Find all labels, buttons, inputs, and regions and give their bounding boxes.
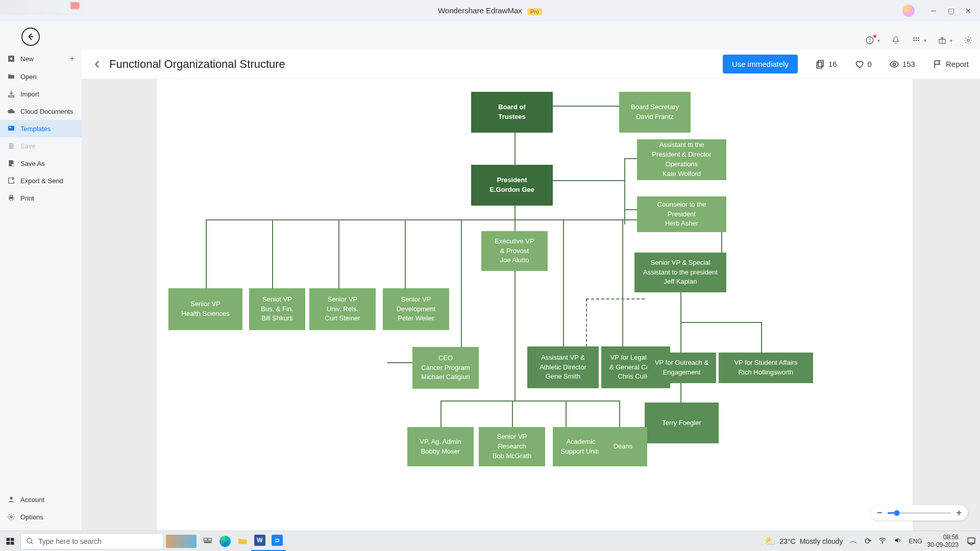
node-vp-ag-admin[interactable]: VP, Ag. Admin Bobby Moser: [407, 427, 474, 466]
sidebar-item-open[interactable]: Open: [0, 68, 82, 85]
connector: [514, 260, 516, 400]
node-assistant-ops[interactable]: Assistant tti the President & Director O…: [637, 139, 726, 180]
node-svp-dev[interactable]: Senior VP Development Peter Weiler: [383, 288, 449, 330]
svg-rect-15: [10, 195, 12, 197]
gift-icon[interactable]: [938, 36, 947, 45]
taskbar-icon-word[interactable]: W: [251, 531, 268, 552]
taskbar-icon-edrawmax[interactable]: ⊃: [268, 531, 286, 552]
apps-icon[interactable]: [912, 36, 921, 45]
pro-badge: Pro: [527, 8, 542, 15]
dropdown-caret[interactable]: ▾: [924, 38, 926, 43]
sidebar-item-print[interactable]: Print: [0, 189, 82, 207]
tray-wifi-icon[interactable]: [878, 536, 887, 546]
node-terry-foegler[interactable]: Terry Foegler: [645, 403, 719, 443]
node-provost[interactable]: Executive VP & Provost Joe Alutto: [481, 231, 548, 271]
minimize-button[interactable]: ─: [930, 7, 937, 14]
sidebar-item-label: Cloud Documents: [20, 108, 73, 115]
node-vp-outreach[interactable]: VP for Outreach & Engagement: [647, 353, 716, 383]
zoom-control[interactable]: − +: [871, 505, 968, 520]
connector-dashed: [586, 298, 587, 352]
connector: [624, 158, 637, 159]
chevron-left-icon[interactable]: [93, 60, 102, 69]
node-svp-research[interactable]: Senior VP Research Bob McGrath: [479, 427, 545, 466]
use-immediately-button[interactable]: Use immediately: [723, 55, 798, 73]
node-board[interactable]: Board of Trustees: [471, 92, 553, 133]
org-chart-canvas: Board of Trustees Board Secretary David …: [157, 79, 913, 531]
node-line: Health Sciences: [182, 309, 230, 319]
report-button[interactable]: Report: [933, 59, 969, 69]
node-line: President & Director: [652, 150, 711, 160]
sidebar-item-saveas[interactable]: Save As: [0, 155, 82, 172]
taskbar-icon-explorer[interactable]: [234, 531, 251, 552]
node-board-secretary[interactable]: Board Secretary David Frantz: [619, 92, 691, 133]
node-line: Counselor to the: [657, 200, 706, 210]
sidebar-item-account[interactable]: Account: [0, 491, 82, 508]
stat-likes[interactable]: 0: [854, 59, 872, 69]
node-svp-health[interactable]: Senior VP Health Sciences: [168, 288, 242, 330]
search-icon: [26, 537, 34, 545]
connector: [405, 219, 406, 288]
node-line: Bob McGrath: [493, 452, 532, 461]
node-ceo-cancer[interactable]: CEO Cancer Program Michael Caligiuri: [412, 347, 479, 389]
node-deans[interactable]: Deans: [599, 427, 647, 466]
zoom-out-button[interactable]: −: [877, 508, 883, 518]
back-button[interactable]: [21, 28, 40, 46]
system-tray[interactable]: ︿ ⟳ ENG: [849, 536, 922, 546]
user-icon: [7, 495, 15, 504]
gear-icon: [7, 513, 15, 521]
sidebar-item-options[interactable]: Options: [0, 508, 82, 525]
taskbar-weather[interactable]: ⛅ 23°C Mostly cloudy: [765, 536, 843, 547]
node-counselor[interactable]: Counselor to the President Herb Asher: [637, 196, 726, 232]
dropdown-caret[interactable]: ▾: [950, 38, 952, 43]
taskbar-icon-news[interactable]: [163, 531, 199, 552]
node-vp-student-affairs[interactable]: VP for Student Affairs Rich Hollingswort…: [719, 353, 813, 383]
maximize-button[interactable]: ▢: [947, 7, 954, 14]
node-svp-special[interactable]: Senior VP & Special Assistant to the pre…: [634, 253, 726, 292]
node-line: Assistant to the president: [643, 268, 718, 278]
node-line: David Frantz: [636, 112, 674, 122]
tray-volume-icon[interactable]: [894, 536, 902, 546]
gear-icon[interactable]: [964, 36, 973, 45]
zoom-thumb[interactable]: [894, 510, 900, 516]
taskbar-notifications[interactable]: [963, 531, 980, 552]
connector: [624, 158, 625, 224]
connector: [680, 322, 762, 323]
taskbar-icon-taskview[interactable]: [199, 531, 216, 552]
taskbar-search[interactable]: Type here to search: [20, 533, 163, 549]
svg-rect-27: [204, 538, 208, 541]
bell-icon[interactable]: [891, 36, 900, 45]
node-assistant-vp-athletic[interactable]: Assistant VP & Athletic Director Gene Sm…: [527, 346, 599, 388]
add-icon[interactable]: +: [70, 54, 75, 63]
sidebar-item-new[interactable]: New +: [0, 49, 82, 68]
node-svp-bus[interactable]: Seniot VP Bus. & Fin. Bill Shkurti: [249, 288, 305, 330]
node-svp-univ[interactable]: Senior VP Univ. Rels. Curt Steiner: [309, 288, 376, 330]
dropdown-caret[interactable]: ▾: [877, 38, 880, 43]
node-line: Seniot VP: [262, 295, 292, 305]
tray-chevron-icon[interactable]: ︿: [849, 536, 857, 546]
zoom-slider[interactable]: [888, 512, 951, 514]
svg-rect-22: [7, 538, 10, 541]
sidebar-item-templates[interactable]: Templates: [0, 120, 82, 137]
close-button[interactable]: ✕: [965, 7, 972, 14]
node-line: Univ. Rels.: [327, 305, 358, 314]
tray-sync-icon[interactable]: ⟳: [865, 536, 871, 546]
node-president[interactable]: President E.Gordon Gee: [471, 165, 553, 206]
taskbar-icon-edge[interactable]: [216, 531, 234, 552]
taskbar-clock[interactable]: 08:56 30-09-2023: [927, 534, 959, 548]
zoom-in-button[interactable]: +: [956, 508, 962, 518]
sidebar-item-import[interactable]: Import: [0, 85, 82, 103]
node-line: Executive VP: [495, 237, 534, 246]
sidebar-item-cloud[interactable]: Cloud Documents: [0, 103, 82, 120]
svg-rect-25: [11, 541, 14, 544]
sidebar-item-export[interactable]: Export & Send: [0, 172, 82, 189]
svg-point-3: [916, 37, 917, 39]
node-line: Board Secretary: [631, 103, 679, 112]
node-line: Engagement: [663, 368, 701, 378]
tray-language[interactable]: ENG: [909, 538, 922, 545]
start-button[interactable]: [0, 531, 20, 552]
help-icon[interactable]: ?: [865, 36, 874, 45]
node-line: CEO: [438, 354, 453, 363]
canvas-area[interactable]: Board of Trustees Board Secretary David …: [82, 79, 980, 531]
template-title: Functional Organizational Structure: [109, 58, 285, 71]
user-avatar[interactable]: [902, 5, 915, 17]
